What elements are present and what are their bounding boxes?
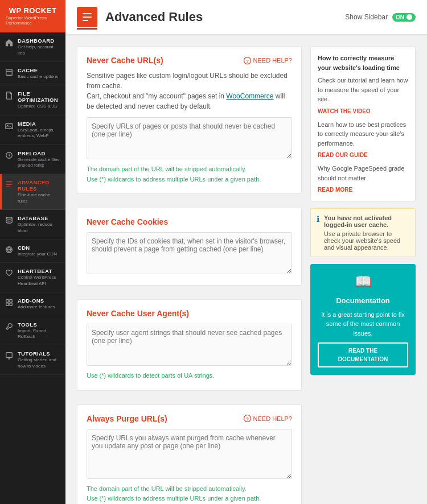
info-box-content: You have not activated logged-in user ca… [324,214,409,251]
never-cache-urls-hints: The domain part of the URL will be strip… [87,164,292,184]
never-cache-urls-section: Never Cache URL(s) ? NEED HELP? Sensitiv… [77,46,302,194]
never-cache-urls-title: Never Cache URL(s) [87,56,163,65]
sidebar-item-advanced-rules[interactable]: ADVANCED RULES Fine-tune cache rules [0,174,65,210]
sidebar-item-database[interactable]: DATABASE Optimize, reduce bloat [0,210,65,239]
sidebar-item-dashboard[interactable]: DASHBOARD Get help, account info [0,32,65,62]
desc1-text: Sensitive pages like custom login/logout… [87,72,288,90]
tools-icon [5,322,14,331]
sidebar-right: How to correctly measure your website's … [310,46,416,382]
always-purge-help-label: NEED HELP? [253,415,292,422]
addons-title: ADD-ONS [18,298,55,304]
never-cache-cookies-section: Never Cache Cookies [77,208,302,286]
purge-hint2: Use (*) wildcards to address multiple UR… [87,494,292,504]
logo-sub: Superior WordPress Performance [6,15,60,26]
tools-title: TOOLS [18,321,61,328]
cdn-icon [5,245,14,254]
never-cache-urls-input[interactable] [87,117,292,159]
svg-rect-9 [6,303,9,305]
svg-rect-10 [10,303,12,305]
doc-title: Documentation [318,295,408,307]
never-cache-user-agent-section: Never Cache User Agent(s) Use (*) wildca… [77,299,302,391]
read-docs-button[interactable]: READ THE DOCUMENTATION [318,342,408,367]
show-sidebar-label: Show Sidebar [345,13,388,21]
header-left: Advanced Rules [77,7,203,27]
sidebar-item-tools[interactable]: TOOLS Import, Export, Rollback [0,316,65,346]
page-title: Advanced Rules [105,10,203,24]
sidebar-item-media[interactable]: MEDIA LazyLoad, emojis, embeds, WebP [0,115,65,145]
header-icon-box [77,7,97,27]
ua-hint: Use (*) wildcards to detect parts of UA … [87,371,292,381]
toggle-dot [407,14,412,20]
never-cache-urls-desc1: Sensitive pages like custom login/logout… [87,71,292,111]
advanced-rules-title: ADVANCED RULES [18,179,61,192]
read-our-guide-link[interactable]: READ OUR GUIDE [318,151,408,159]
never-cache-ua-title: Never Cache User Agent(s) [87,309,189,318]
media-icon [5,121,14,130]
sidebar-item-tutorials[interactable]: TUTORIALS Getting started and how to vid… [0,345,65,375]
sidebar-item-cache[interactable]: CACHE Basic cache options [0,62,65,85]
sidebar-item-add-ons[interactable]: ADD-ONS Add more features [0,292,65,316]
preload-title: PRELOAD [18,150,61,156]
logo-text: WP ROCKET [9,7,57,15]
sidebar-item-file-optimization[interactable]: FILE OPTIMIZATION Optimize CSS & JS [0,85,65,115]
svg-rect-0 [6,69,13,76]
read-more-link[interactable]: READ MORE [318,185,408,194]
always-purge-urls-section: Always Purge URL(s) ? NEED HELP? The dom… [77,404,302,504]
doc-text: It is a great starting point to fix some… [318,310,408,338]
svg-rect-13 [83,16,92,18]
loading-time-title: How to correctly measure your website's … [318,53,408,72]
always-purge-help[interactable]: ? NEED HELP? [244,415,292,422]
never-cache-urls-help[interactable]: ? NEED HELP? [244,57,292,64]
always-purge-input[interactable] [87,429,292,479]
svg-rect-14 [83,20,88,21]
sidebar-item-preload[interactable]: PRELOAD Generate cache files, preload fo… [0,145,65,175]
always-purge-hints: The domain part of the URL will be strip… [87,484,292,504]
toggle-label: ON [396,14,404,20]
never-cache-cookies-header: Never Cache Cookies [87,217,292,226]
cdn-sub: Integrate your CDN [18,251,57,257]
sidebar-logo: WP ROCKET Superior WordPress Performance [0,0,65,32]
database-sub: Optimize, reduce bloat [18,222,61,234]
home-icon [5,38,14,47]
cache-title: CACHE [18,67,58,73]
info-box: ℹ You have not activated logged-in user … [310,208,416,257]
tutorials-icon [5,351,14,360]
purge-hint1: The domain part of the URL will be strip… [87,484,292,494]
sidebar-item-heartbeat[interactable]: HEARTBEAT Control WordPress Heartbeat AP… [0,263,65,292]
svg-rect-11 [6,353,13,358]
heartbeat-icon [5,268,14,278]
svg-text:?: ? [246,416,249,422]
header-right: Show Sidebar ON [345,13,416,22]
info-icon: ℹ [317,214,319,224]
preload-sub: Generate cache files, preload fonts [18,157,61,169]
sidebar: WP ROCKET Superior WordPress Performance… [0,0,65,504]
never-cache-urls-help-label: NEED HELP? [253,57,292,64]
desc2-text: Cart, checkout and "my account" pages se… [87,92,224,100]
loading-time-card: How to correctly measure your website's … [310,46,416,201]
never-cache-cookies-input[interactable] [87,232,292,274]
dashboard-title: DASHBOARD [18,38,61,44]
cdn-title: CDN [18,245,57,251]
svg-point-5 [6,217,13,220]
sidebar-toggle[interactable]: ON [392,13,416,22]
tools-sub: Import, Export, Rollback [18,328,61,340]
database-title: DATABASE [18,215,61,221]
svg-rect-8 [10,300,12,302]
never-cache-ua-input[interactable] [87,324,292,366]
header: Advanced Rules Show Sidebar ON [65,0,427,35]
file-icon [5,91,14,100]
watch-video-link[interactable]: WATCH THE VIDEO [318,107,408,115]
database-icon [5,216,14,225]
addons-icon [5,298,14,307]
main-content: Never Cache URL(s) ? NEED HELP? Sensitiv… [77,46,302,504]
woocommerce-link[interactable]: WooCommerce [226,92,273,100]
never-cache-cookies-title: Never Cache Cookies [87,217,168,226]
cache-icon [5,68,14,77]
loading-time-desc2: Learn how to use best practices to corre… [318,120,408,148]
svg-rect-7 [6,300,9,302]
svg-rect-12 [83,13,92,14]
file-opt-sub: Optimize CSS & JS [18,104,61,109]
sidebar-item-cdn[interactable]: CDN Integrate your CDN [0,239,65,263]
always-purge-title: Always Purge URL(s) [87,414,167,423]
file-opt-title: FILE OPTIMIZATION [18,90,61,103]
